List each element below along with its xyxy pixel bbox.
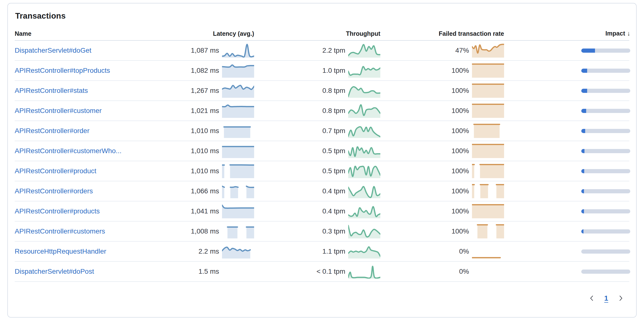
impact-cell	[504, 68, 630, 73]
throughput-value: 0.3 tpm	[322, 228, 345, 235]
latency-sparkline	[222, 104, 254, 118]
latency-cell: 1,010 ms	[173, 144, 254, 158]
failed-rate-cell: 100%	[380, 164, 504, 178]
name-cell: APIRestController#products	[15, 207, 173, 215]
failed-rate-value: 100%	[452, 127, 469, 135]
latency-cell: 1.5 ms	[173, 264, 254, 278]
throughput-cell: 0.4 tpm	[254, 204, 380, 218]
failed-rate-sparkline	[472, 144, 504, 158]
column-header-impact-label: Impact	[605, 30, 625, 37]
transaction-name-link[interactable]: ResourceHttpRequestHandler	[15, 248, 106, 255]
table-row: APIRestController#product 1,010 ms 0.5 t…	[15, 161, 629, 181]
throughput-sparkline	[348, 184, 380, 198]
throughput-cell: 2.2 tpm	[254, 43, 380, 58]
table-row: APIRestController#topProducts 1,082 ms 1…	[15, 61, 629, 81]
name-cell: APIRestController#product	[15, 167, 173, 175]
latency-sparkline	[222, 204, 254, 218]
latency-sparkline	[222, 144, 254, 158]
throughput-cell: 0.5 tpm	[254, 164, 380, 178]
impact-bar-track	[581, 169, 630, 173]
transaction-name-link[interactable]: DispatcherServlet#doPost	[15, 268, 94, 275]
latency-sparkline	[222, 244, 254, 258]
next-page-button[interactable]	[616, 293, 626, 303]
failed-rate-cell: 100%	[380, 124, 504, 138]
failed-rate-sparkline	[472, 84, 504, 98]
throughput-cell: 0.8 tpm	[254, 84, 380, 98]
impact-bar-fill	[581, 169, 584, 173]
latency-sparkline	[222, 184, 254, 198]
impact-cell	[504, 209, 630, 214]
latency-cell: 1,008 ms	[173, 224, 254, 238]
latency-cell: 1,267 ms	[173, 84, 254, 98]
failed-rate-sparkline	[472, 204, 504, 218]
failed-rate-value: 100%	[452, 167, 469, 175]
transaction-name-link[interactable]: DispatcherServlet#doGet	[15, 46, 92, 54]
throughput-sparkline	[348, 144, 380, 158]
name-cell: DispatcherServlet#doPost	[15, 268, 173, 276]
latency-cell: 1,087 ms	[173, 43, 254, 58]
failed-rate-cell: 100%	[380, 104, 504, 118]
transaction-name-link[interactable]: APIRestController#product	[15, 167, 96, 175]
latency-value: 2.2 ms	[198, 248, 219, 255]
failed-rate-value: 100%	[452, 187, 469, 195]
throughput-sparkline	[348, 84, 380, 98]
latency-value: 1,066 ms	[191, 187, 219, 195]
sort-descending-icon: ↓	[627, 30, 630, 37]
transaction-name-link[interactable]: APIRestController#topProducts	[15, 67, 110, 74]
transaction-name-link[interactable]: APIRestController#stats	[15, 87, 88, 94]
latency-value: 1,010 ms	[191, 167, 219, 175]
throughput-sparkline	[348, 164, 380, 178]
transaction-name-link[interactable]: APIRestController#orders	[15, 187, 93, 195]
latency-cell: 1,082 ms	[173, 64, 254, 78]
failed-rate-sparkline	[472, 104, 504, 118]
name-cell: APIRestController#orders	[15, 187, 173, 195]
latency-value: 1,008 ms	[191, 228, 219, 235]
column-header-failed-rate[interactable]: Failed transaction rate	[380, 30, 504, 37]
throughput-value: < 0.1 tpm	[316, 268, 345, 276]
pagination: 1	[15, 293, 629, 303]
column-header-name: Name	[15, 30, 173, 37]
column-header-latency[interactable]: Latency (avg.)	[173, 30, 254, 37]
failed-rate-sparkline	[472, 244, 504, 258]
table-body: DispatcherServlet#doGet 1,087 ms 2.2 tpm…	[15, 41, 629, 282]
column-header-throughput[interactable]: Throughput	[254, 30, 380, 37]
impact-cell	[504, 48, 630, 53]
failed-rate-cell: 47%	[380, 43, 504, 58]
name-cell: ResourceHttpRequestHandler	[15, 248, 173, 255]
impact-cell	[504, 129, 630, 133]
table-row: APIRestController#customer 1,021 ms 0.8 …	[15, 101, 629, 121]
impact-cell	[504, 189, 630, 193]
impact-bar-track	[581, 68, 630, 73]
table-row: DispatcherServlet#doPost 1.5 ms < 0.1 tp…	[15, 262, 629, 282]
transaction-name-link[interactable]: APIRestController#order	[15, 127, 90, 134]
latency-cell: 1,066 ms	[173, 184, 254, 198]
impact-bar-fill	[581, 209, 584, 214]
impact-bar-track	[581, 109, 630, 113]
impact-bar-track	[581, 89, 630, 93]
table-row: DispatcherServlet#doGet 1,087 ms 2.2 tpm…	[15, 41, 629, 61]
impact-bar-fill	[581, 89, 587, 93]
throughput-cell: 0.5 tpm	[254, 144, 380, 158]
panel-title: Transactions	[15, 11, 629, 20]
throughput-value: 0.7 tpm	[322, 127, 345, 135]
failed-rate-value: 47%	[455, 46, 469, 54]
column-header-impact[interactable]: Impact↓	[504, 30, 630, 37]
failed-rate-cell: 100%	[380, 144, 504, 158]
transaction-name-link[interactable]: APIRestController#products	[15, 207, 100, 215]
impact-cell	[504, 229, 630, 234]
page-number-1[interactable]: 1	[604, 294, 608, 302]
impact-bar-track	[581, 229, 630, 234]
previous-page-button[interactable]	[587, 293, 597, 303]
throughput-sparkline	[348, 104, 380, 118]
throughput-cell: 0.7 tpm	[254, 124, 380, 138]
transaction-name-link[interactable]: APIRestController#customer	[15, 107, 102, 114]
latency-sparkline	[222, 224, 254, 238]
impact-cell	[504, 270, 630, 274]
latency-value: 1,087 ms	[191, 46, 219, 54]
transaction-name-link[interactable]: APIRestController#customers	[15, 228, 105, 235]
transaction-name-link[interactable]: APIRestController#customerWho...	[15, 147, 122, 154]
failed-rate-value: 100%	[452, 67, 469, 74]
failed-rate-cell: 0%	[380, 244, 504, 258]
failed-rate-value: 0%	[459, 268, 469, 276]
impact-bar-fill	[581, 189, 584, 193]
